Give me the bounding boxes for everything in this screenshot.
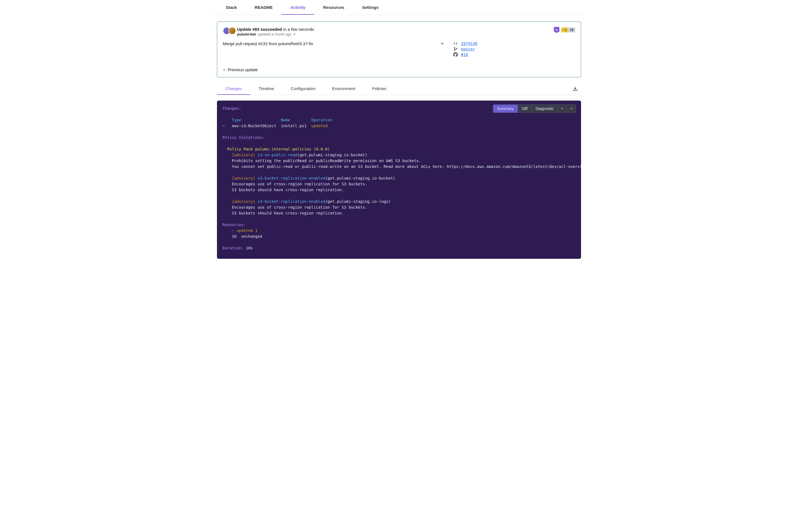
term-view-diff[interactable]: Diff: [518, 105, 532, 113]
avatar-stack: [223, 27, 234, 35]
chevron-left-icon: [223, 68, 226, 72]
update-title: Update #83 succeeded in a few seconds: [237, 27, 551, 32]
terminal-panel: Summary Diff Diagnostic Changes: Type Na…: [217, 100, 581, 259]
download-button[interactable]: [569, 84, 581, 93]
subtab-configuration[interactable]: Configuration: [282, 82, 324, 95]
tab-resources[interactable]: Resources: [314, 0, 353, 15]
sub-nav: Changes Timeline Configuration Environme…: [217, 82, 581, 95]
svg-point-4: [456, 48, 457, 49]
subtab-policies[interactable]: Policies: [364, 82, 395, 95]
branch-icon: [453, 47, 458, 51]
commit-link[interactable]: 2979136: [461, 41, 477, 46]
shield-icon[interactable]: [554, 27, 559, 33]
subtab-environment[interactable]: Environment: [324, 82, 363, 95]
terminal-toolbar: Summary Diff Diagnostic: [493, 104, 576, 113]
top-nav: Stack README Activity Resources Settings: [212, 0, 586, 15]
branch-link[interactable]: master: [461, 47, 475, 51]
tab-stack[interactable]: Stack: [217, 0, 246, 15]
term-prev-button[interactable]: [558, 105, 567, 113]
update-card: Update #83 succeeded in a few seconds pu…: [217, 22, 581, 77]
update-subtitle: pulumi-bot updated a month ago ✓: [237, 32, 551, 36]
svg-point-3: [454, 50, 455, 51]
svg-line-1: [557, 30, 557, 31]
terminal-output: Changes: Type Name Operation ~ aws:s3:Bu…: [217, 106, 581, 251]
tab-activity[interactable]: Activity: [282, 0, 314, 15]
svg-point-2: [454, 48, 455, 48]
tab-settings[interactable]: Settings: [353, 0, 387, 15]
commit-icon: [453, 41, 458, 45]
github-icon: [453, 52, 458, 57]
change-count-badge: ~116: [561, 27, 575, 33]
previous-update-link[interactable]: Previous update: [223, 66, 575, 73]
term-next-button[interactable]: [567, 105, 576, 113]
check-icon: ✓: [293, 32, 296, 36]
term-view-summary[interactable]: Summary: [493, 105, 518, 113]
pr-link[interactable]: #18: [461, 52, 468, 57]
term-view-diagnostic[interactable]: Diagnostic: [532, 105, 558, 113]
commit-message: Merge pull request #132 from pulumi/frie…: [223, 41, 313, 46]
avatar: [228, 27, 236, 35]
subtab-timeline[interactable]: Timeline: [250, 82, 282, 95]
expand-commit-icon[interactable]: [438, 41, 446, 46]
subtab-changes[interactable]: Changes: [217, 82, 250, 95]
tab-readme[interactable]: README: [246, 0, 282, 15]
